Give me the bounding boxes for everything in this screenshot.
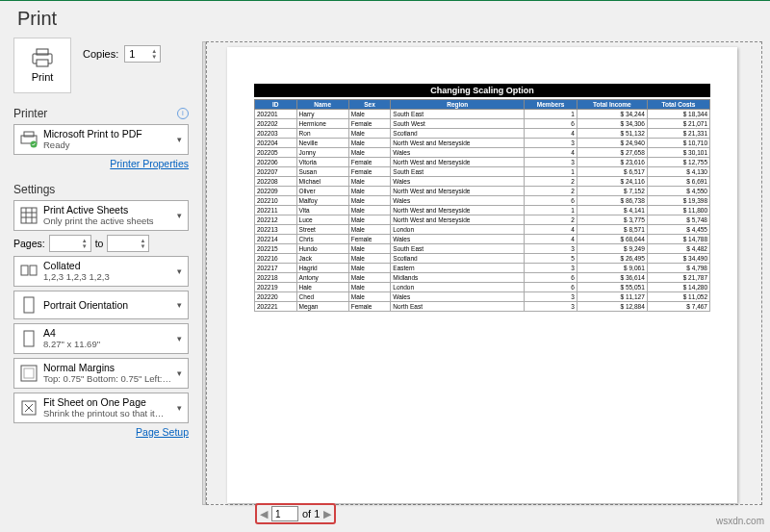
- table-row: 202220ChedMaleWales311,12711,052: [255, 292, 710, 302]
- paper-dropdown[interactable]: A48.27" x 11.69" ▾: [13, 323, 189, 354]
- page-navigator: ◀ of 1 ▶: [255, 503, 336, 524]
- table-row: 202212LuceMaleNorth West and Merseyside2…: [255, 215, 710, 225]
- svg-rect-11: [21, 266, 28, 275]
- printer-dropdown[interactable]: Microsoft Print to PDFReady ▾: [13, 124, 189, 155]
- paper-line1: A4: [43, 327, 171, 339]
- table-row: 202205JonnyMaleWales427,65830,101: [255, 148, 710, 158]
- pages-label: Pages:: [13, 238, 45, 249]
- table-row: 202219HaleMaleLondon655,05114,280: [255, 283, 710, 292]
- margins-dropdown[interactable]: Normal MarginsTop: 0.75" Bottom: 0.75" L…: [13, 358, 189, 389]
- page-icon: [20, 296, 38, 314]
- sheet-title: Changing Scaling Option: [254, 84, 710, 97]
- left-panel: Print Copies: 1 ▲▼ Printer i Microsoft P…: [0, 38, 202, 509]
- table-row: 202201HarryMaleSouth East134,24418,344: [255, 110, 710, 119]
- sheets-icon: [20, 207, 38, 224]
- chevron-down-icon: ▾: [177, 266, 182, 276]
- table-row: 202217HagridMaleEastern39,0614,798: [255, 264, 710, 273]
- table-row: 202206VitoriaFemaleNorth West and Mersey…: [255, 158, 710, 167]
- printer-properties-link[interactable]: Printer Properties: [13, 158, 189, 169]
- info-icon[interactable]: i: [177, 108, 189, 119]
- chevron-down-icon: ▾: [177, 403, 182, 413]
- copies-value: 1: [129, 48, 135, 60]
- fit-icon: [20, 399, 38, 417]
- print-what-line2: Only print the active sheets: [43, 215, 171, 227]
- printer-section-label: Printer: [13, 107, 47, 120]
- col-header: Members: [525, 100, 578, 110]
- scaling-dropdown[interactable]: Fit Sheet on One PageShrink the printout…: [13, 393, 189, 423]
- page-title: Print: [0, 4, 770, 38]
- printer-name: Microsoft Print to PDF: [43, 128, 171, 139]
- page-icon: [20, 330, 38, 347]
- scaling-line2: Shrink the printout so that it…: [43, 408, 171, 419]
- paper-line2: 8.27" x 11.69": [43, 339, 171, 350]
- margins-line2: Top: 0.75" Bottom: 0.75" Left:…: [43, 373, 171, 385]
- next-page-button[interactable]: ▶: [323, 508, 331, 520]
- col-header: Region: [391, 100, 525, 110]
- collate-dropdown[interactable]: Collated1,2,3 1,2,3 1,2,3 ▾: [13, 256, 189, 287]
- current-page-input[interactable]: [271, 506, 298, 521]
- of-pages-label: of 1: [302, 508, 320, 519]
- table-row: 202216JackMaleScotland526,49534,490: [255, 254, 710, 264]
- table-row: 202202HermioneFemaleSouth West634,30621,…: [255, 119, 710, 129]
- chevron-down-icon: ▾: [177, 334, 182, 343]
- svg-rect-15: [21, 366, 37, 381]
- print-button[interactable]: Print: [13, 38, 71, 93]
- spinner-arrows-icon[interactable]: ▲▼: [149, 46, 159, 62]
- collate-line2: 1,2,3 1,2,3 1,2,3: [43, 271, 171, 283]
- print-button-label: Print: [32, 71, 54, 83]
- svg-rect-2: [37, 60, 48, 66]
- table-row: 202211VitaMaleNorth West and Merseyside1…: [255, 206, 710, 215]
- spinner-arrows-icon[interactable]: ▲▼: [80, 236, 90, 251]
- printer-small-icon: [20, 131, 38, 148]
- orientation-text: Portrait Orientation: [43, 299, 171, 311]
- pages-from-spinner[interactable]: ▲▼: [49, 235, 91, 252]
- col-header: ID: [255, 100, 297, 110]
- table-row: 202210MalfoyMaleWales686,73819,398: [255, 196, 710, 206]
- collate-line1: Collated: [43, 260, 171, 271]
- settings-section-label: Settings: [13, 183, 55, 196]
- copies-label: Copies:: [83, 48, 118, 60]
- watermark: wsxdn.com: [716, 516, 764, 526]
- collate-icon: [20, 263, 38, 280]
- table-row: 202209OliverMaleNorth West and Merseysid…: [255, 187, 710, 196]
- print-what-dropdown[interactable]: Print Active SheetsOnly print the active…: [13, 200, 189, 231]
- col-header: Total Costs: [647, 100, 709, 110]
- table-row: 202208MichaelMaleWales224,1166,691: [255, 177, 710, 187]
- col-header: Name: [296, 100, 348, 110]
- printer-status: Ready: [43, 139, 171, 151]
- svg-rect-12: [30, 266, 37, 275]
- svg-rect-14: [24, 331, 34, 346]
- table-row: 202214ChrisFemaleWales468,64414,788: [255, 235, 710, 244]
- pages-to-label: to: [95, 238, 104, 249]
- table-row: 202221MeganFemaleNorth East312,8847,467: [255, 302, 710, 312]
- page-preview: Changing Scaling Option IDNameSexRegionM…: [227, 47, 737, 503]
- margins-line1: Normal Margins: [43, 362, 171, 373]
- preview-area: Changing Scaling Option IDNameSexRegionM…: [202, 38, 770, 509]
- chevron-down-icon: ▾: [177, 368, 182, 378]
- pages-to-spinner[interactable]: ▲▼: [107, 235, 149, 252]
- copies-spinner[interactable]: 1 ▲▼: [124, 45, 161, 63]
- page-setup-link[interactable]: Page Setup: [13, 426, 189, 438]
- table-row: 202218AntonyMaleMidlands636,61421,787: [255, 273, 710, 283]
- table-row: 202204NevilleMaleNorth West and Merseysi…: [255, 139, 710, 148]
- table-row: 202215HundoMaleSouth East39,2494,482: [255, 244, 710, 254]
- prev-page-button[interactable]: ◀: [260, 508, 268, 520]
- margins-icon: [20, 365, 38, 382]
- col-header: Total Income: [577, 100, 647, 110]
- chevron-down-icon: ▾: [177, 211, 182, 220]
- table-row: 202207SusanFemaleSouth East16,5174,130: [255, 167, 710, 177]
- table-row: 202203RonMaleScotland451,13221,331: [255, 129, 710, 139]
- spinner-arrows-icon[interactable]: ▲▼: [138, 236, 147, 251]
- col-header: Sex: [348, 100, 391, 110]
- print-what-line1: Print Active Sheets: [43, 204, 171, 215]
- svg-rect-16: [24, 368, 34, 378]
- chevron-down-icon: ▾: [177, 135, 182, 144]
- orientation-dropdown[interactable]: Portrait Orientation ▾: [13, 291, 189, 319]
- svg-rect-6: [21, 208, 37, 223]
- chevron-down-icon: ▾: [177, 300, 182, 310]
- scaling-line1: Fit Sheet on One Page: [43, 396, 171, 408]
- svg-rect-13: [24, 297, 34, 313]
- printer-icon: [31, 48, 54, 67]
- data-table: IDNameSexRegionMembersTotal IncomeTotal …: [254, 99, 710, 312]
- table-row: 202213StreetMaleLondon48,5714,455: [255, 225, 710, 235]
